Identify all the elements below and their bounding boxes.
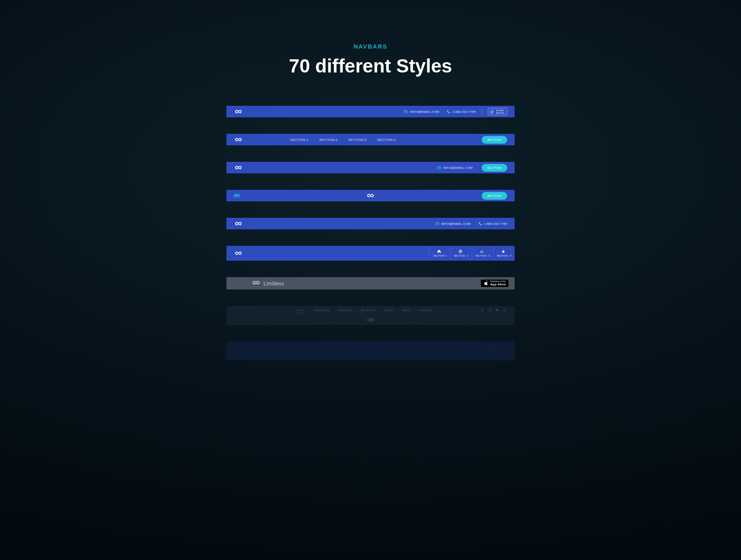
home-icon [437,250,441,253]
navbar-example-8: HOME PRODUCTS FEATURES BENEFITS ABOUT NE… [226,306,515,325]
infinity-logo-icon [234,165,243,170]
cta-button[interactable]: BUTTON [482,136,507,144]
navbar-example-7: Limitless Download on the App Store [226,277,515,289]
cell-label: SECTION - 3 [475,254,490,257]
mail-icon [437,166,441,170]
limitless-brand: Limitless [251,280,284,287]
infinity-logo-icon [234,221,243,226]
cta-button[interactable]: BUTTON [482,192,507,200]
appstore-big-text: App Store [490,283,506,286]
tab-news[interactable]: NEWS [401,309,410,312]
nav-link-section-3[interactable]: SECTION-3 [348,138,367,142]
tab-home[interactable]: HOME [296,309,305,313]
cta-button[interactable]: BUTTON [482,347,507,355]
cell-label: SECTION - 2 [454,254,469,257]
contact-email[interactable]: INFO@EMAIL.COM [404,110,439,114]
icon-nav-cells: SECTION-1 SECTION - 2 SECTION - 3 SECTIO… [429,246,515,261]
verisign-badge: VeriSign Secured [488,108,508,115]
email-text: INFO@EMAIL.COM [410,110,439,114]
twitter-icon[interactable] [496,308,499,313]
contact-phone[interactable]: 1 800 333 7799 [447,110,475,114]
navbar-showcase: INFO@EMAIL.COM 1 800 333 7799 VeriSign S… [111,106,630,360]
nav-link-section-2[interactable]: SECTION-2 [319,138,338,142]
navbar-example-3: INFO@EMAIL.COM BUTTON [226,162,515,173]
infinity-logo-icon [234,137,243,142]
facebook-icon[interactable] [481,308,484,313]
icon-cell-lock[interactable]: SECTION - 4 [493,246,515,261]
tab-bar: HOME PRODUCTS FEATURES BENEFITS ABOUT NE… [296,309,432,312]
navbar-example-2: SECTION-1 SECTION-2 SECTION-3 SECTION-4 … [226,134,515,145]
infinity-logo-icon [366,193,375,198]
phone-icon [447,110,450,114]
phone-icon [478,222,482,226]
contact-email[interactable]: INFO@EMAIL.COM [437,166,473,170]
tab-features[interactable]: FEATURES [338,309,353,312]
section-title: 70 different Styles [111,55,630,77]
icon-cell-globe[interactable]: SECTION - 2 [450,246,472,261]
section-eyebrow: NAVBARS [111,43,630,50]
nav-links: SECTION-1 SECTION-2 SECTION-3 SECTION-4 [290,138,396,142]
app-store-badge[interactable]: Download on the App Store [480,279,509,287]
cell-label: SECTION - 4 [497,254,512,257]
tab-products[interactable]: PRODUCTS [313,309,329,312]
infinity-logo-icon [251,280,261,287]
nav-link-section-1[interactable]: SECTION-1 [290,138,309,142]
google-plus-icon[interactable] [503,308,506,313]
cta-button[interactable]: BUTTON [482,164,507,172]
lock-icon [501,250,505,253]
mail-icon [404,110,408,114]
navbar-example-5: INFO@EMAIL.COM 1 800 333 7799 [226,218,515,229]
instagram-icon[interactable] [488,308,492,313]
nav-link-section-4[interactable]: SECTION-4 [377,138,396,142]
infinity-logo-icon [234,251,243,256]
infinity-logo-icon [366,317,375,322]
brand-text: Limitless [263,280,284,287]
tab-about[interactable]: ABOUT [383,309,393,312]
icon-cell-home[interactable]: SECTION-1 [429,246,450,261]
vertical-divider [482,108,482,115]
tab-contact[interactable]: CONTACT [418,309,432,312]
mail-icon [436,222,439,226]
email-text: INFO@EMAIL.COM [441,222,471,226]
apple-icon [483,280,488,286]
icon-cell-car[interactable]: SECTION - 3 [472,246,493,261]
hamburger-menu-icon[interactable] [234,194,240,198]
navbar-example-6: SECTION-1 SECTION - 2 SECTION - 3 SECTIO… [226,246,515,261]
car-icon [480,250,484,253]
infinity-logo-icon [234,109,243,114]
phone-text: 1 800 333 7799 [484,222,507,226]
email-text: INFO@EMAIL.COM [443,166,473,170]
contact-email[interactable]: INFO@EMAIL.COM [436,222,471,226]
verisign-text: VeriSign Secured [496,109,505,114]
phone-text: 1 800 333 7799 [452,110,475,114]
social-links [481,308,506,313]
cell-label: SECTION-1 [433,254,446,257]
navbar-example-9: BUTTON [226,341,515,360]
contact-phone[interactable]: 1 800 333 7799 [478,222,507,226]
globe-icon [459,250,462,253]
navbar-example-1: INFO@EMAIL.COM 1 800 333 7799 VeriSign S… [226,106,515,117]
tab-benefits[interactable]: BENEFITS [361,309,375,312]
navbar-example-4: BUTTON [226,190,515,201]
